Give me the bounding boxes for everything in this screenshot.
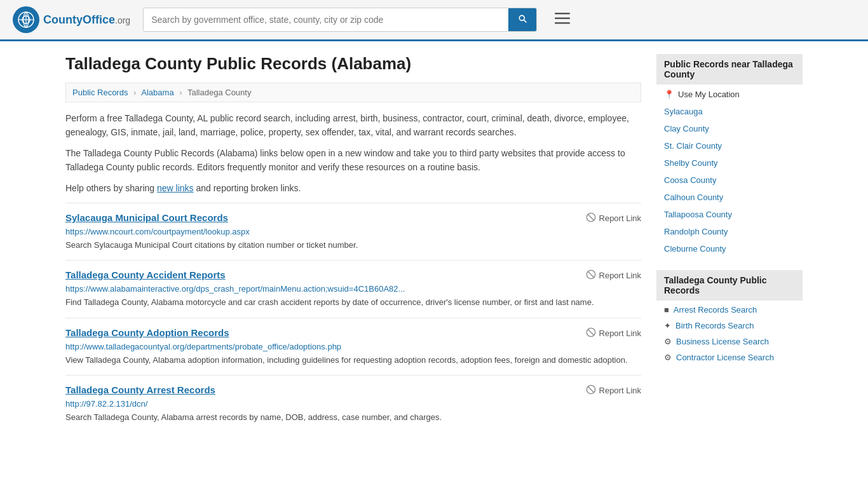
desc-para-2: The Talladega County Public Records (Ala… [65, 146, 641, 175]
sidebar: Public Records near Talladega County 📍 U… [656, 54, 803, 433]
nearby-item-link[interactable]: Shelby County [664, 158, 718, 168]
main-content: Talladega County Public Records (Alabama… [53, 41, 815, 445]
record-header: Sylacauga Municipal Court Records Report… [65, 212, 641, 224]
page-title: Talladega County Public Records (Alabama… [65, 54, 641, 74]
record-links: ■ Arrest Records Search ✦ Birth Records … [656, 302, 803, 365]
search-input[interactable] [144, 10, 508, 30]
desc-para-3: Help others by sharing new links and rep… [65, 181, 641, 195]
report-link-label: Report Link [599, 214, 641, 223]
nearby-section: Public Records near Talladega County 📍 U… [656, 54, 803, 257]
record-description: View Talladega County, Alabama adoption … [65, 354, 641, 367]
sidebar-record-item: ✦ Birth Records Search [656, 318, 803, 334]
record-title-link[interactable]: Talladega County Arrest Records [65, 384, 215, 395]
new-links-link[interactable]: new links [157, 183, 194, 193]
records-list: Sylacauga Municipal Court Records Report… [65, 203, 641, 433]
logo[interactable]: CountyOffice.org [13, 6, 130, 33]
nearby-item-link[interactable]: Sylacauga [664, 107, 703, 116]
record-type-icon: ⚙ [664, 337, 672, 346]
record-description: Search Talladega County, Alabama arrest … [65, 411, 641, 424]
record-url: https://www.alabamainteractive.org/dps_c… [65, 284, 641, 294]
breadcrumb-separator: › [133, 88, 136, 97]
search-bar [143, 8, 537, 32]
report-link-button[interactable]: Report Link [586, 212, 641, 224]
record-type-link[interactable]: Birth Records Search [675, 321, 754, 330]
record-header: Talladega County Arrest Records Report L… [65, 384, 641, 396]
nearby-item-link[interactable]: Clay County [664, 124, 709, 133]
description: Perform a free Talladega County, AL publ… [65, 111, 641, 195]
nearby-item: Calhoun County [656, 189, 803, 206]
search-button[interactable] [508, 8, 536, 31]
nearby-item-link[interactable]: Cleburne County [664, 244, 726, 254]
record-item: Talladega County Adoption Records Report… [65, 318, 641, 376]
svg-rect-6 [555, 18, 570, 20]
nearby-header: Public Records near Talladega County [656, 54, 803, 85]
record-item: Sylacauga Municipal Court Records Report… [65, 203, 641, 261]
record-type-icon: ⚙ [664, 353, 672, 362]
record-header: Talladega County Adoption Records Report… [65, 327, 641, 339]
record-url: http://97.82.2.131/dcn/ [65, 399, 641, 409]
report-link-button[interactable]: Report Link [586, 269, 641, 281]
nearby-item: Tallapoosa County [656, 206, 803, 223]
sidebar-record-item: ■ Arrest Records Search [656, 302, 803, 318]
record-title-link[interactable]: Talladega County Adoption Records [65, 327, 229, 338]
sidebar-record-item: ⚙ Business License Search [656, 334, 803, 349]
record-description: Search Sylacauga Municipal Court citatio… [65, 239, 641, 252]
breadcrumb-link-alabama[interactable]: Alabama [141, 88, 173, 97]
location-pin-icon: 📍 [664, 90, 674, 99]
record-type-link[interactable]: Contractor License Search [676, 353, 774, 362]
record-url: http://www.talladegacountyal.org/departm… [65, 342, 641, 351]
nearby-items: SylacaugaClay CountySt. Clair CountyShel… [656, 103, 803, 257]
breadcrumb-separator-2: › [179, 88, 182, 97]
records-section: Talladega County Public Records ■ Arrest… [656, 270, 803, 365]
nearby-item: Randolph County [656, 223, 803, 240]
breadcrumb-link-public-records[interactable]: Public Records [72, 88, 128, 97]
nearby-item-link[interactable]: Coosa County [664, 175, 716, 185]
header: CountyOffice.org [0, 0, 868, 41]
record-type-icon: ✦ [664, 321, 671, 330]
nearby-item: St. Clair County [656, 137, 803, 154]
report-icon [586, 327, 596, 339]
report-link-button[interactable]: Report Link [586, 327, 641, 339]
report-icon [586, 212, 596, 224]
report-icon [586, 384, 596, 396]
desc-para-1: Perform a free Talladega County, AL publ… [65, 111, 641, 140]
nearby-item-link[interactable]: Tallapoosa County [664, 210, 732, 219]
record-title-link[interactable]: Talladega County Accident Reports [65, 269, 226, 280]
content-area: Talladega County Public Records (Alabama… [65, 54, 641, 433]
menu-button[interactable] [550, 9, 575, 30]
svg-line-13 [588, 329, 593, 335]
nearby-item: Sylacauga [656, 103, 803, 120]
record-type-link[interactable]: Business License Search [676, 337, 769, 346]
svg-line-11 [588, 272, 593, 278]
report-link-label: Report Link [599, 271, 641, 280]
nearby-item-link[interactable]: Randolph County [664, 227, 728, 236]
nearby-item: Shelby County [656, 154, 803, 172]
record-header: Talladega County Accident Reports Report… [65, 269, 641, 281]
svg-line-15 [588, 387, 593, 393]
svg-rect-7 [555, 22, 570, 24]
record-title-link[interactable]: Sylacauga Municipal Court Records [65, 212, 228, 223]
use-location-item[interactable]: 📍 Use My Location [656, 86, 803, 103]
nearby-item-link[interactable]: Calhoun County [664, 193, 723, 202]
report-icon [586, 269, 596, 281]
nearby-item-link[interactable]: St. Clair County [664, 141, 722, 151]
record-url: https://www.ncourt.com/courtpayment/look… [65, 227, 641, 236]
report-link-label: Report Link [599, 386, 641, 395]
nearby-item: Clay County [656, 120, 803, 137]
breadcrumb-current: Talladega County [187, 88, 251, 97]
breadcrumb: Public Records › Alabama › Talladega Cou… [65, 83, 641, 102]
records-section-header: Talladega County Public Records [656, 270, 803, 301]
logo-icon [13, 6, 39, 33]
svg-line-9 [588, 214, 593, 220]
record-item: Talladega County Accident Reports Report… [65, 260, 641, 318]
record-type-link[interactable]: Arrest Records Search [674, 305, 757, 315]
record-item: Talladega County Arrest Records Report L… [65, 375, 641, 433]
report-link-button[interactable]: Report Link [586, 384, 641, 396]
sidebar-record-item: ⚙ Contractor License Search [656, 349, 803, 365]
nearby-item: Coosa County [656, 172, 803, 189]
record-description: Find Talladega County, Alabama motorcycl… [65, 296, 641, 309]
nearby-item: Cleburne County [656, 240, 803, 257]
record-type-icon: ■ [664, 305, 669, 315]
svg-rect-5 [555, 13, 570, 15]
logo-text: CountyOffice.org [43, 13, 130, 27]
